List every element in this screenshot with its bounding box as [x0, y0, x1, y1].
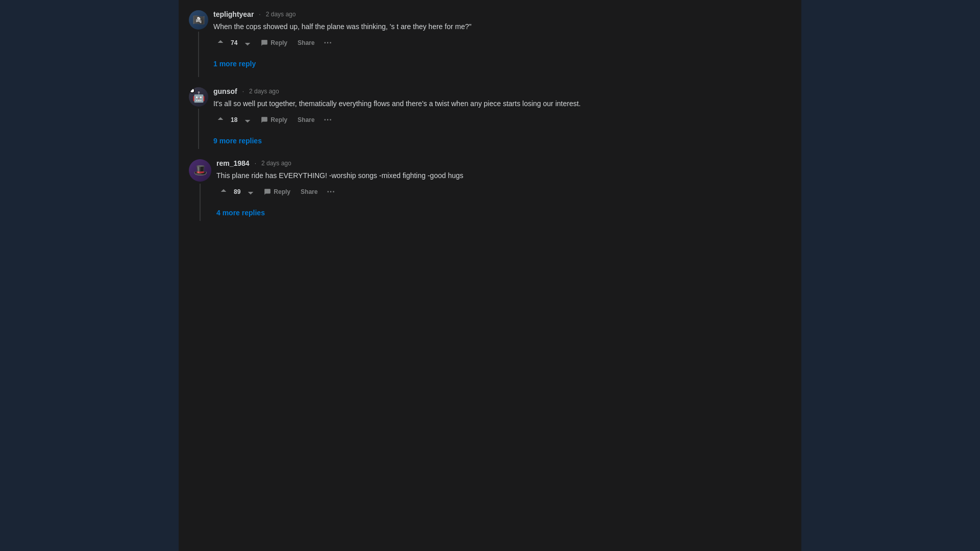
timestamp-1: 2 days ago: [266, 11, 296, 18]
upvote-btn-3[interactable]: [216, 186, 231, 198]
share-btn-2[interactable]: Share: [293, 114, 318, 126]
comment-body-3: This plane ride has EVERYTHING! -worship…: [216, 170, 791, 181]
reply-btn-1[interactable]: Reply: [257, 37, 291, 48]
more-options-btn-3[interactable]: ···: [324, 185, 338, 198]
timestamp-sep-3: ·: [255, 160, 256, 167]
reply-icon-1: [261, 39, 268, 46]
reply-label-2: Reply: [271, 116, 287, 123]
dots-icon-1: ···: [324, 38, 332, 47]
comment-item-1: 🏴‍☠️ teplightyear · 2 days ago When the …: [179, 5, 801, 82]
comment-actions-1: 74 Reply Share: [213, 36, 791, 49]
vote-count-1: 74: [230, 37, 238, 48]
username-3[interactable]: rem_1984: [216, 159, 250, 167]
share-btn-3[interactable]: Share: [297, 186, 322, 197]
share-label-3: Share: [301, 188, 317, 195]
comment-header-3: rem_1984 · 2 days ago: [216, 159, 791, 167]
avatar-2: 🤖: [189, 87, 208, 107]
comment-right-3: rem_1984 · 2 days ago This plane ride ha…: [216, 159, 791, 221]
more-replies-1: 1 more reply: [213, 49, 791, 77]
share-label-2: Share: [298, 116, 314, 123]
dots-icon-2: ···: [324, 115, 332, 124]
more-replies-link-3[interactable]: 4 more replies: [216, 205, 791, 221]
thread-line-3[interactable]: [200, 184, 201, 221]
upvote-icon-2: [216, 116, 225, 124]
comments-container: 🏴‍☠️ teplightyear · 2 days ago When the …: [179, 0, 801, 551]
downvote-icon-2: [243, 116, 252, 124]
reply-label-3: Reply: [274, 188, 290, 195]
thread-line-1[interactable]: [198, 32, 199, 77]
downvote-btn-3[interactable]: [243, 186, 258, 198]
username-2[interactable]: gunsof: [213, 87, 237, 95]
reply-icon-2: [261, 116, 268, 123]
downvote-btn-2[interactable]: [240, 114, 255, 126]
upvote-icon-3: [219, 188, 228, 196]
timestamp-3: 2 days ago: [261, 160, 291, 167]
reply-btn-3[interactable]: Reply: [260, 186, 295, 197]
downvote-btn-1[interactable]: [240, 37, 255, 49]
username-1[interactable]: teplightyear: [213, 10, 254, 18]
comment-body-2: It's all so well put together, thematica…: [213, 98, 791, 109]
more-replies-2: 9 more replies: [213, 127, 791, 149]
more-replies-link-2[interactable]: 9 more replies: [213, 133, 791, 149]
timestamp-sep-1: ·: [259, 11, 260, 18]
comment-body-1: When the cops showed up, half the plane …: [213, 21, 791, 32]
comment-left-3: 🎩: [189, 159, 211, 221]
avatar-3: 🎩: [189, 159, 211, 182]
share-btn-1[interactable]: Share: [293, 37, 318, 48]
downvote-icon-3: [247, 188, 255, 196]
more-options-btn-1[interactable]: ···: [321, 36, 335, 49]
page-wrapper: 🏴‍☠️ teplightyear · 2 days ago When the …: [0, 0, 980, 551]
comment-header-1: teplightyear · 2 days ago: [213, 10, 791, 18]
timestamp-sep-2: ·: [242, 88, 244, 95]
comment-item-2: 🤖 gunsof · 2 days ago It's all so well p…: [179, 82, 801, 154]
comment-actions-3: 89 Reply Share: [216, 185, 791, 198]
upvote-icon-1: [216, 39, 225, 47]
comment-actions-2: 18 Reply Share: [213, 113, 791, 127]
comment-right-1: teplightyear · 2 days ago When the cops …: [213, 10, 791, 77]
reply-label-1: Reply: [271, 39, 287, 46]
upvote-btn-2[interactable]: [213, 114, 228, 126]
comment-right-2: gunsof · 2 days ago It's all so well put…: [213, 87, 791, 149]
timestamp-2: 2 days ago: [249, 88, 279, 95]
more-replies-link-1[interactable]: 1 more reply: [213, 56, 791, 72]
upvote-btn-1[interactable]: [213, 37, 228, 49]
comment-item-3: 🎩 rem_1984 · 2 days ago This plane ride …: [179, 154, 801, 226]
vote-count-3: 89: [233, 186, 241, 197]
comment-left-2: 🤖: [189, 87, 208, 149]
comment-header-2: gunsof · 2 days ago: [213, 87, 791, 95]
more-options-btn-2[interactable]: ···: [321, 113, 335, 127]
dots-icon-3: ···: [327, 187, 335, 196]
reply-btn-2[interactable]: Reply: [257, 114, 291, 126]
comment-left-1: 🏴‍☠️: [189, 10, 208, 77]
vote-count-2: 18: [230, 114, 238, 126]
more-replies-3: 4 more replies: [216, 198, 791, 221]
avatar-1: 🏴‍☠️: [189, 10, 208, 30]
thread-line-2[interactable]: [198, 109, 199, 149]
online-indicator-2: [189, 88, 195, 93]
reply-icon-3: [264, 188, 271, 195]
downvote-icon-1: [243, 39, 252, 47]
share-label-1: Share: [298, 39, 314, 46]
